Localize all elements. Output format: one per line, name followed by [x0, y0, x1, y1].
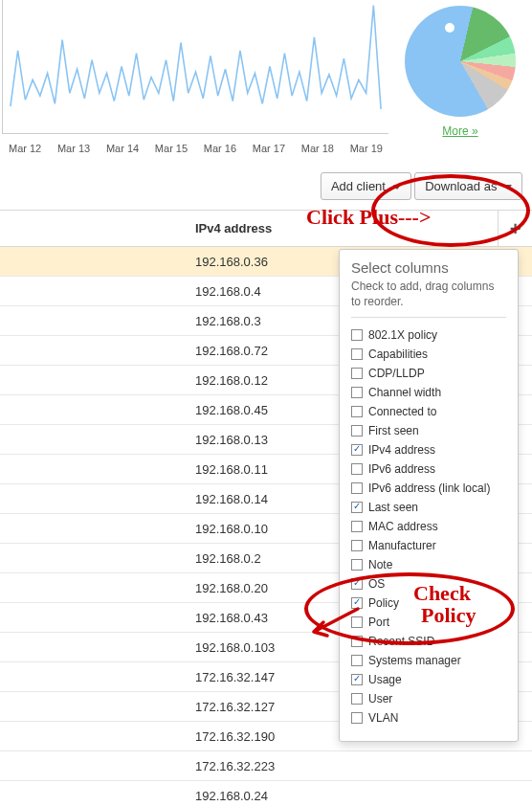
checkbox-icon: [351, 444, 363, 456]
checkbox-icon: [351, 578, 363, 590]
checkbox-icon: [351, 540, 363, 551]
checkbox-icon: [351, 655, 363, 666]
column-option[interactable]: CDP/LLDP: [351, 364, 506, 383]
panel-title: Select columns: [351, 259, 506, 276]
column-option[interactable]: Manufacturer: [351, 536, 506, 555]
checkbox-icon: [351, 502, 363, 513]
x-tick: Mar 15: [155, 143, 188, 154]
column-option[interactable]: MAC address: [351, 517, 506, 536]
column-option-label: User: [368, 692, 392, 705]
panel-divider: [351, 317, 506, 318]
column-option-label: Channel width: [368, 386, 441, 399]
checkbox-icon: [351, 521, 363, 532]
pie-chart-column: More »: [388, 0, 532, 138]
column-option-label: IPv4 address: [368, 443, 435, 457]
checkbox-icon: [351, 463, 363, 475]
checkbox-icon: [351, 387, 363, 398]
download-as-button[interactable]: Download as: [414, 172, 522, 200]
column-option-label: Capabilities: [368, 347, 428, 361]
x-tick: Mar 14: [106, 143, 139, 154]
column-option[interactable]: Connected to: [351, 402, 506, 421]
checkbox-icon: [351, 636, 363, 647]
checkbox-icon: [351, 712, 363, 724]
x-tick: Mar 18: [301, 143, 334, 154]
column-option-label: Last seen: [368, 501, 418, 514]
column-option-label: VLAN: [368, 711, 398, 725]
checkbox-icon: [351, 425, 363, 437]
column-option-label: Manufacturer: [368, 539, 436, 552]
checkbox-icon: [351, 597, 363, 609]
column-option[interactable]: Recent SSID: [351, 632, 506, 651]
column-option-label: Recent SSID: [368, 635, 434, 648]
column-option-label: CDP/LLDP: [368, 367, 425, 380]
column-option[interactable]: IPv6 address: [351, 459, 506, 479]
column-option[interactable]: Note: [351, 555, 506, 574]
column-option[interactable]: IPv4 address: [351, 440, 506, 459]
checkbox-icon: [351, 329, 363, 341]
column-option-label: Port: [368, 616, 389, 629]
column-option-label: First seen: [368, 424, 419, 437]
x-tick: Mar 19: [350, 143, 383, 154]
checkbox-icon: [351, 559, 363, 571]
x-tick: Mar 12: [9, 143, 41, 154]
column-option-label: IPv6 address: [368, 462, 435, 476]
table-header-row: IPv4 address +: [0, 211, 532, 247]
chevron-down-icon: [393, 185, 401, 190]
download-as-label: Download as: [425, 179, 497, 193]
column-option[interactable]: OS: [351, 574, 506, 593]
pie-chart: [405, 6, 516, 117]
column-option[interactable]: First seen: [351, 421, 506, 440]
column-option[interactable]: User: [351, 689, 506, 708]
x-tick: Mar 13: [57, 143, 90, 154]
column-option[interactable]: 802.1X policy: [351, 325, 506, 345]
checkbox-icon: [351, 616, 363, 628]
table-row[interactable]: 192.168.0.24: [0, 781, 532, 806]
column-option-label: Usage: [368, 673, 402, 686]
column-option-label: Connected to: [368, 405, 436, 418]
column-option[interactable]: Last seen: [351, 498, 506, 517]
x-tick: Mar 16: [204, 143, 236, 154]
checkbox-icon: [351, 406, 363, 417]
chevron-down-icon: [504, 185, 512, 190]
select-columns-panel: Select columns Check to add, drag column…: [339, 249, 519, 742]
column-option[interactable]: Capabilities: [351, 345, 506, 364]
column-option[interactable]: Policy: [351, 593, 506, 613]
add-column-button[interactable]: +: [498, 211, 532, 246]
column-option[interactable]: Usage: [351, 670, 506, 689]
column-option[interactable]: VLAN: [351, 708, 506, 728]
checkbox-icon: [351, 348, 363, 360]
checkbox-icon: [351, 482, 363, 494]
checkbox-icon: [351, 674, 363, 685]
line-chart: Mar 12Mar 13Mar 14Mar 15Mar 16Mar 17Mar …: [2, 0, 388, 134]
column-header-ipv4[interactable]: IPv4 address: [0, 221, 498, 235]
add-client-label: Add client: [331, 179, 386, 193]
table-row[interactable]: 172.16.32.223: [0, 751, 532, 781]
checkbox-icon: [351, 368, 363, 379]
column-option[interactable]: Channel width: [351, 383, 506, 402]
column-option-label: Policy: [368, 596, 399, 610]
column-option-label: 802.1X policy: [368, 328, 437, 342]
column-option-label: OS: [368, 577, 385, 591]
column-options-list: 802.1X policyCapabilitiesCDP/LLDPChannel…: [351, 325, 506, 728]
toolbar: Add client Download as: [0, 167, 532, 200]
x-axis-ticks: Mar 12Mar 13Mar 14Mar 15Mar 16Mar 17Mar …: [3, 143, 388, 154]
checkbox-icon: [351, 693, 363, 705]
column-option[interactable]: Systems manager: [351, 651, 506, 670]
column-option-label: Systems manager: [368, 654, 461, 667]
column-option-label: MAC address: [368, 520, 438, 533]
panel-hint: Check to add, drag columns to reorder.: [351, 280, 506, 309]
chart-row: Mar 12Mar 13Mar 14Mar 15Mar 16Mar 17Mar …: [0, 0, 532, 163]
column-option[interactable]: Port: [351, 613, 506, 632]
add-client-button[interactable]: Add client: [321, 172, 411, 200]
more-link[interactable]: More »: [442, 124, 477, 138]
column-option[interactable]: IPv6 address (link local): [351, 479, 506, 498]
column-option-label: IPv6 address (link local): [368, 481, 490, 495]
x-tick: Mar 17: [253, 143, 285, 154]
column-option-label: Note: [368, 558, 392, 571]
